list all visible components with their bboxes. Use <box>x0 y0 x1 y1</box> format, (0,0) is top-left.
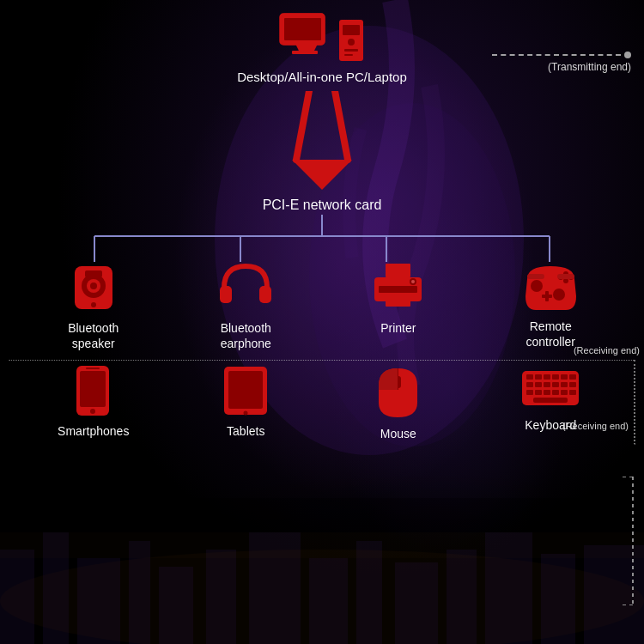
svg-line-31 <box>296 91 309 160</box>
svg-rect-25 <box>292 51 318 54</box>
svg-rect-88 <box>544 390 550 395</box>
pc-block: Desktop/All-in-one PC/Laptop <box>237 13 407 84</box>
svg-rect-80 <box>526 382 533 387</box>
svg-rect-50 <box>379 286 417 293</box>
arrow-svg <box>288 91 356 194</box>
svg-rect-63 <box>557 274 574 279</box>
tablets-icon <box>220 364 271 417</box>
svg-rect-69 <box>228 371 263 409</box>
bluetooth-earphone-label: Bluetoothearphone <box>221 320 271 351</box>
svg-point-55 <box>553 289 565 301</box>
tablets-label: Tablets <box>227 424 264 438</box>
svg-rect-91 <box>569 390 576 395</box>
dotted-right-border-svg <box>621 477 634 605</box>
bluetooth-earphone-icon <box>216 262 276 313</box>
device-bluetooth-speaker: Bluetoothspeaker <box>38 262 149 351</box>
svg-point-43 <box>90 283 97 289</box>
svg-rect-29 <box>344 49 358 52</box>
svg-rect-78 <box>561 374 568 380</box>
transmitting-end: (Transmitting end) <box>492 52 631 73</box>
svg-point-45 <box>91 302 96 307</box>
svg-rect-81 <box>535 382 542 387</box>
device-printer: Printer <box>343 262 454 351</box>
printer-label: Printer <box>380 320 416 336</box>
row2-wrapper: Smartphones Tablets <box>0 364 644 440</box>
svg-rect-51 <box>386 293 410 307</box>
desktop-tower-icon <box>337 18 365 63</box>
svg-rect-85 <box>569 382 576 387</box>
device-remote-controller: Remotecontroller <box>495 262 606 351</box>
svg-rect-92 <box>533 398 568 403</box>
svg-rect-27 <box>343 25 360 35</box>
svg-rect-62 <box>527 274 544 279</box>
svg-point-53 <box>411 280 415 283</box>
device-mouse: Mouse <box>343 364 454 440</box>
remote-controller-label: Remotecontroller <box>526 319 575 349</box>
svg-rect-74 <box>526 374 533 380</box>
svg-line-32 <box>335 91 348 160</box>
connector-svg <box>30 215 614 262</box>
row1-devices: Bluetoothspeaker Bluetoothearphone <box>0 262 644 351</box>
device-bluetooth-earphone: Bluetoothearphone <box>190 262 301 351</box>
pc-icons <box>278 13 365 63</box>
smartphones-icon <box>70 364 117 417</box>
transmitting-end-label: (Transmitting end) <box>548 61 631 73</box>
svg-rect-77 <box>552 374 559 380</box>
svg-rect-65 <box>80 371 106 407</box>
printer-icon <box>370 262 426 313</box>
svg-rect-46 <box>220 286 232 303</box>
receiving-end-label-outside: (Receiving end) <box>562 421 629 431</box>
svg-rect-84 <box>561 382 568 387</box>
receiving-end-label: (Receiving end) <box>574 345 640 355</box>
svg-rect-23 <box>284 18 321 40</box>
pc-label: Desktop/All-in-one PC/Laptop <box>237 70 407 84</box>
svg-rect-67 <box>86 368 100 369</box>
svg-point-54 <box>531 280 543 292</box>
svg-rect-86 <box>526 390 533 395</box>
svg-point-66 <box>90 409 95 414</box>
svg-rect-82 <box>544 382 550 387</box>
svg-rect-75 <box>535 374 542 380</box>
svg-point-28 <box>348 39 355 46</box>
arrow-down <box>0 91 644 194</box>
monitor-icon <box>278 13 334 63</box>
svg-rect-48 <box>386 264 410 277</box>
svg-rect-87 <box>535 390 542 395</box>
mouse-icon <box>374 364 422 420</box>
device-smartphones: Smartphones <box>38 364 149 440</box>
keyboard-icon <box>520 364 580 411</box>
svg-rect-90 <box>561 390 568 395</box>
smartphones-label: Smartphones <box>58 424 129 438</box>
svg-rect-79 <box>569 374 576 380</box>
remote-controller-icon <box>523 262 579 312</box>
svg-marker-33 <box>292 160 352 190</box>
mouse-label: Mouse <box>380 427 416 440</box>
row2-devices: Smartphones Tablets <box>0 364 644 440</box>
bluetooth-speaker-icon <box>68 262 119 313</box>
receiving-end: (Receiving end) <box>574 345 640 355</box>
svg-rect-57 <box>542 295 552 298</box>
device-tablets: Tablets <box>190 364 301 440</box>
network-card-label: PCI-E network card <box>0 197 644 213</box>
svg-rect-76 <box>544 374 550 380</box>
svg-rect-30 <box>344 54 353 56</box>
svg-rect-83 <box>552 382 559 387</box>
connector-lines <box>0 215 644 262</box>
svg-rect-44 <box>85 270 102 277</box>
svg-point-70 <box>244 411 248 416</box>
svg-rect-47 <box>259 286 271 303</box>
svg-rect-89 <box>552 390 559 395</box>
svg-marker-24 <box>295 44 318 51</box>
bluetooth-speaker-label: Bluetoothspeaker <box>68 320 118 351</box>
